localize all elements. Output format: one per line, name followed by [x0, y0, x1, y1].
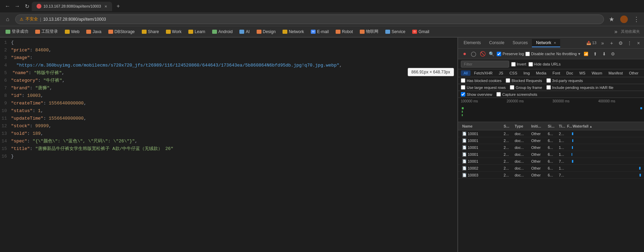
- menu-button[interactable]: ⋮: [632, 14, 641, 24]
- show-overview-label[interactable]: Show overview: [461, 92, 492, 97]
- table-row[interactable]: 📄 10001 2... doc... Other 6... 7...: [458, 158, 644, 165]
- filter-input[interactable]: [461, 61, 509, 68]
- large-rows-checkbox[interactable]: [461, 85, 465, 90]
- bookmark-design[interactable]: Design: [254, 29, 278, 35]
- bookmark-android[interactable]: Android: [209, 29, 235, 35]
- tab-console[interactable]: Console: [485, 39, 508, 47]
- type-btn-font[interactable]: Font: [550, 70, 563, 76]
- table-row[interactable]: 📄 10001 2... doc... Other 6... 1...: [458, 151, 644, 158]
- network-tab-close-icon[interactable]: ×: [554, 41, 556, 45]
- search-button[interactable]: 🔍: [488, 50, 495, 58]
- th-name[interactable]: Name: [461, 124, 502, 128]
- tab-sources[interactable]: Sources: [508, 39, 532, 47]
- type-btn-media[interactable]: Media: [533, 70, 549, 76]
- type-btn-img[interactable]: Img: [521, 70, 533, 76]
- bookmark-service[interactable]: Service: [383, 29, 408, 35]
- bookmark-web[interactable]: Web: [62, 29, 82, 35]
- th-waterfall[interactable]: Waterfall: [571, 124, 641, 128]
- th-status[interactable]: S...: [502, 124, 513, 128]
- devtools-more-tabs-btn[interactable]: »: [598, 39, 607, 47]
- type-btn-css[interactable]: CSS: [507, 70, 520, 76]
- th-initiator[interactable]: Initi...: [530, 124, 546, 128]
- devtools-dock-btn[interactable]: ⋮: [625, 39, 634, 47]
- blocked-requests-label[interactable]: Blocked Requests: [506, 78, 542, 83]
- bookmark-ai[interactable]: AI: [237, 29, 252, 35]
- invert-checkbox-label[interactable]: Invert: [511, 62, 526, 67]
- tab-elements[interactable]: Elements: [459, 39, 485, 47]
- new-tab-button[interactable]: +: [113, 1, 123, 11]
- hide-data-urls-label[interactable]: Hide data URLs: [528, 62, 561, 67]
- group-by-frame-label[interactable]: Group by frame: [510, 85, 542, 90]
- invert-checkbox[interactable]: [511, 62, 516, 67]
- type-btn-ws[interactable]: WS: [576, 70, 588, 76]
- capture-screenshots-checkbox[interactable]: [496, 92, 501, 97]
- devtools-settings-btn[interactable]: ⚙: [616, 39, 625, 47]
- preserve-log-checkbox[interactable]: [497, 52, 501, 56]
- third-party-label[interactable]: 3rd-party requests: [546, 78, 583, 83]
- back-button[interactable]: ←: [3, 1, 12, 11]
- active-tab[interactable]: 10.13.167.28:8080/api/item/10003 ×: [32, 2, 112, 11]
- bookmark-java[interactable]: Java: [83, 29, 104, 35]
- address-bar[interactable]: ⚠ 不安全 | 10.13.167.28:8080/api/item/10003: [15, 14, 604, 24]
- bookmark-denglu[interactable]: 登录成功: [3, 28, 31, 35]
- profile-button[interactable]: [619, 14, 629, 24]
- th-from[interactable]: F...: [566, 124, 571, 128]
- th-time[interactable]: Ti...: [557, 124, 566, 128]
- large-rows-label[interactable]: Use large request rows: [461, 85, 506, 90]
- include-pending-checkbox[interactable]: [546, 85, 551, 90]
- network-settings-btn[interactable]: ⚙: [609, 50, 617, 58]
- type-btn-js[interactable]: JS: [496, 70, 506, 76]
- bookmark-email[interactable]: M E-mail: [308, 29, 331, 35]
- bookmark-share[interactable]: Share: [139, 29, 162, 35]
- th-size[interactable]: Si...: [546, 124, 557, 128]
- bookmark-robot[interactable]: Robot: [333, 29, 356, 35]
- include-pending-label[interactable]: Include pending requests in HAR file: [546, 85, 614, 90]
- th-type[interactable]: Type: [513, 124, 530, 128]
- record-button[interactable]: ●: [461, 50, 468, 58]
- type-btn-other[interactable]: Other: [626, 70, 641, 76]
- forward-button[interactable]: →: [12, 1, 22, 11]
- reload-button[interactable]: ↻: [22, 1, 32, 11]
- bookmark-gmail[interactable]: G Gmail: [409, 29, 432, 35]
- blocked-requests-checkbox[interactable]: [506, 78, 510, 83]
- clear-button[interactable]: 🚫: [479, 50, 486, 58]
- table-row[interactable]: 📄 10003 2... doc... Other 6... 7...: [458, 172, 644, 179]
- tab-close-icon[interactable]: ×: [105, 4, 107, 9]
- table-row[interactable]: 📄 10002 2... doc... Other 6... 1...: [458, 165, 644, 172]
- third-party-checkbox[interactable]: [546, 78, 551, 83]
- export-btn[interactable]: ⬇: [600, 50, 608, 58]
- show-overview-checkbox[interactable]: [461, 92, 465, 97]
- has-blocked-cookies-checkbox[interactable]: [461, 78, 465, 83]
- type-btn-all[interactable]: All: [461, 70, 470, 76]
- bookmark-network[interactable]: Network: [280, 29, 307, 35]
- extensions-button[interactable]: ★: [607, 14, 616, 24]
- tab-network[interactable]: Network ×: [532, 39, 560, 47]
- type-btn-manifest[interactable]: Manifest: [606, 70, 626, 76]
- devtools-new-tab-btn[interactable]: +: [607, 39, 616, 47]
- devtools-close-btn[interactable]: ×: [634, 39, 643, 47]
- has-blocked-cookies-label[interactable]: Has blocked cookies: [461, 78, 502, 83]
- hide-data-urls-checkbox[interactable]: [528, 62, 533, 67]
- throttle-selector[interactable]: No throttling ▼: [556, 52, 581, 56]
- bookmark-learn[interactable]: Learn: [186, 29, 208, 35]
- table-row[interactable]: 📄 10001 2... doc... Other 6... 1...: [458, 137, 644, 144]
- group-by-frame-checkbox[interactable]: [510, 85, 514, 90]
- preserve-log-label[interactable]: Preserve log: [497, 52, 524, 56]
- disable-cache-checkbox[interactable]: [525, 52, 530, 56]
- online-icon-btn[interactable]: 📶: [582, 50, 590, 58]
- table-row[interactable]: 📄 10001 2... doc... Other 6... 2...: [458, 130, 644, 137]
- capture-screenshots-label[interactable]: Capture screenshots: [496, 92, 537, 97]
- bookmark-work[interactable]: Work: [163, 29, 185, 35]
- bookmark-gongyu[interactable]: 工院登录: [32, 28, 61, 35]
- bookmarks-more-button[interactable]: »: [612, 28, 620, 36]
- bookmark-dbstorage[interactable]: DBStorage: [106, 29, 138, 35]
- bookmark-wulianwang[interactable]: 物联网: [357, 28, 381, 35]
- disable-cache-label[interactable]: Disable cache: [525, 52, 555, 56]
- type-btn-wasm[interactable]: Wasm: [589, 70, 605, 76]
- type-btn-fetch[interactable]: Fetch/XHR: [471, 70, 495, 76]
- home-button[interactable]: ⌂: [3, 14, 12, 24]
- stop-button[interactable]: ◯: [470, 50, 477, 58]
- type-btn-doc[interactable]: Doc: [564, 70, 576, 76]
- import-btn[interactable]: ⬆: [591, 50, 599, 58]
- table-row[interactable]: 📄 10001 2... doc... Other 6... 1...: [458, 144, 644, 151]
